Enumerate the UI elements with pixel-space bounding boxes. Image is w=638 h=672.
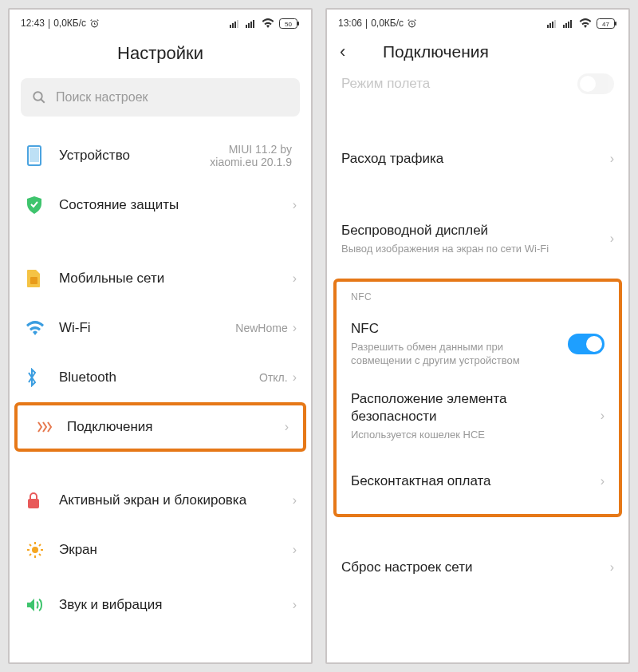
chevron-right-icon: › (293, 598, 297, 612)
row-nfc-toggle[interactable]: NFC Разрешить обмен данными при совмещен… (337, 309, 619, 379)
nfc-header: NFC (337, 287, 619, 309)
svg-rect-4 (237, 20, 238, 28)
row-airplane-partial[interactable]: Режим полета (327, 73, 628, 97)
chevron-right-icon: › (601, 474, 605, 488)
svg-rect-2 (232, 23, 234, 28)
row-wireless-display[interactable]: Беспроводной дисплей Вывод изображения н… (327, 211, 628, 267)
page-title: Подключения (367, 42, 620, 61)
row-bluetooth[interactable]: Bluetooth Откл. › (10, 353, 311, 402)
chevron-right-icon: › (610, 231, 614, 246)
chevron-right-icon: › (293, 493, 297, 508)
battery-icon: 47 (597, 18, 617, 29)
search-placeholder: Поиск настроек (56, 90, 148, 105)
svg-text:50: 50 (285, 20, 292, 27)
chevron-right-icon: › (293, 543, 297, 557)
row-contactless-payment[interactable]: Бесконтактная оплата › (337, 453, 619, 509)
page-title: Настройки (10, 37, 311, 78)
status-time: 13:06 (338, 18, 362, 29)
row-lockscreen[interactable]: Активный экран и блокировка › (10, 476, 311, 525)
sim-icon (26, 269, 41, 288)
svg-rect-6 (248, 23, 250, 28)
chevron-right-icon: › (293, 370, 297, 385)
alarm-icon (89, 18, 100, 29)
row-security[interactable]: Состояние защиты › (10, 180, 311, 230)
chevron-right-icon: › (601, 409, 605, 423)
chevron-right-icon: › (610, 560, 614, 575)
chevron-right-icon: › (293, 271, 297, 286)
svg-rect-14 (30, 148, 39, 162)
chevron-right-icon: › (293, 321, 297, 335)
sound-icon (26, 597, 43, 613)
row-secure-element[interactable]: Расположение элемента безопасности Испол… (337, 379, 619, 453)
signal-icon (230, 18, 241, 28)
svg-rect-21 (552, 22, 553, 28)
svg-rect-24 (565, 23, 567, 28)
wifi-icon (26, 321, 45, 335)
status-bar: 12:43 | 0,0КБ/с 50 (10, 10, 311, 37)
svg-rect-28 (615, 22, 616, 26)
row-device[interactable]: Устройство MIUI 11.2 by xiaomi.eu 20.1.9 (10, 131, 311, 180)
back-button[interactable]: ‹ (335, 42, 367, 62)
battery-icon: 50 (279, 18, 300, 29)
nfc-toggle[interactable] (568, 334, 605, 354)
svg-rect-15 (30, 277, 37, 284)
row-sound[interactable]: Звук и вибрация › (10, 575, 311, 624)
wifi-icon (579, 18, 592, 28)
device-icon (26, 144, 43, 167)
svg-rect-8 (253, 20, 254, 28)
row-mobile-networks[interactable]: Мобильные сети › (10, 254, 311, 303)
svg-text:47: 47 (602, 20, 609, 27)
svg-point-12 (33, 92, 42, 101)
row-display[interactable]: Экран › (10, 525, 311, 575)
search-icon (32, 90, 46, 105)
row-wifi[interactable]: Wi-Fi NewHome › (10, 303, 311, 353)
row-data-usage[interactable]: Расход трафика › (327, 131, 628, 187)
phone-connections: 13:06 | 0,0КБ/с 47 ‹ Подключения Режим п… (325, 8, 630, 664)
signal-icon-2 (563, 18, 574, 28)
svg-point-17 (32, 547, 38, 553)
svg-rect-5 (246, 25, 247, 28)
lock-icon (26, 492, 41, 509)
signal-icon (547, 18, 558, 28)
svg-rect-3 (234, 22, 236, 28)
nfc-section-highlight: NFC NFC Разрешить обмен данными при совм… (333, 279, 622, 517)
bluetooth-icon (26, 368, 38, 387)
status-time: 12:43 (21, 18, 45, 29)
row-connections[interactable]: Подключения › (14, 402, 306, 452)
shield-icon (26, 196, 43, 215)
svg-rect-1 (230, 25, 231, 28)
connections-icon (33, 419, 53, 435)
status-speed: 0,0КБ/с (371, 18, 404, 29)
row-reset-network[interactable]: Сброс настроек сети › (327, 540, 628, 595)
svg-rect-23 (563, 25, 565, 28)
wifi-icon (262, 18, 274, 28)
airplane-toggle[interactable] (577, 73, 614, 94)
svg-rect-19 (547, 25, 549, 28)
svg-rect-16 (28, 499, 39, 508)
alarm-icon (407, 18, 417, 29)
svg-rect-20 (549, 23, 551, 28)
signal-icon-2 (246, 18, 257, 28)
svg-rect-26 (570, 20, 572, 28)
status-speed: 0,0КБ/с (53, 18, 86, 29)
svg-rect-10 (297, 22, 299, 26)
svg-rect-7 (250, 22, 252, 28)
chevron-right-icon: › (293, 198, 297, 212)
search-input[interactable]: Поиск настроек (21, 78, 300, 117)
svg-rect-22 (554, 20, 556, 28)
phone-settings: 12:43 | 0,0КБ/с 50 Настройки Поиск настр… (8, 8, 313, 664)
chevron-right-icon: › (610, 152, 614, 166)
status-bar: 13:06 | 0,0КБ/с 47 (327, 10, 628, 37)
svg-rect-25 (568, 22, 569, 28)
brightness-icon (26, 540, 45, 559)
chevron-right-icon: › (285, 420, 289, 434)
